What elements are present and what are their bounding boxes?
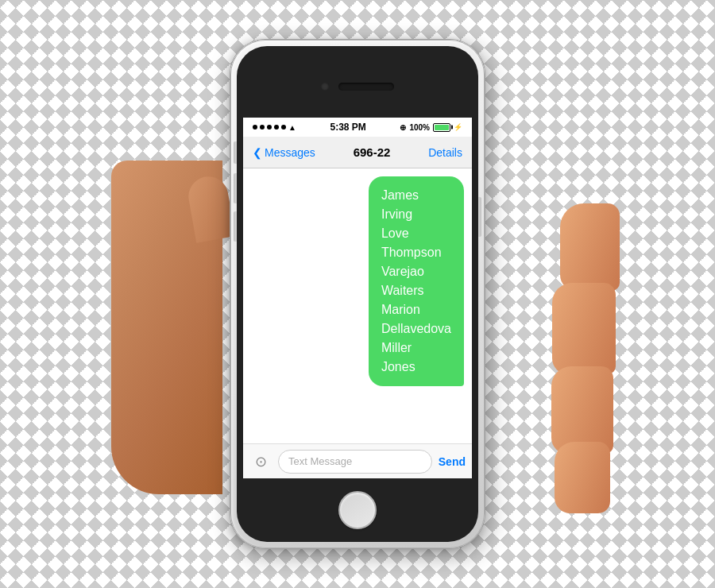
message-marion: Marion	[381, 303, 420, 316]
input-placeholder: Text Message	[288, 455, 352, 467]
message-jones: Jones	[381, 360, 415, 373]
phone-screen: ▲ 5:38 PM ⊕ 100% ⚡	[243, 118, 472, 478]
signal-dot-2	[260, 125, 265, 130]
wifi-icon: ▲	[288, 123, 296, 132]
finger-3	[551, 366, 613, 454]
input-bar: ⊙ Text Message Send	[243, 443, 472, 478]
power-button[interactable]	[478, 197, 481, 237]
message-waiters: Waiters	[381, 284, 424, 297]
phone-bezel: ▲ 5:38 PM ⊕ 100% ⚡	[237, 46, 478, 542]
message-dellavedova: Dellavedova	[381, 322, 451, 335]
message-irving: Irving	[381, 207, 412, 221]
status-bar: ▲ 5:38 PM ⊕ 100% ⚡	[243, 118, 472, 137]
signal-dot-5	[281, 125, 286, 130]
message-input[interactable]: Text Message	[278, 450, 432, 474]
finger-4	[555, 442, 610, 513]
message-varejao: Varejao	[381, 265, 424, 278]
signal-dot-3	[267, 125, 272, 130]
status-left: ▲	[253, 123, 296, 132]
front-camera	[321, 83, 329, 91]
battery-fill	[435, 125, 449, 130]
silent-switch[interactable]	[234, 141, 237, 164]
finger-2	[552, 283, 616, 374]
lightning-icon: ⚡	[454, 123, 462, 131]
back-button[interactable]: ❮ Messages	[253, 146, 315, 159]
status-right: ⊕ 100% ⚡	[400, 123, 462, 132]
battery-icon	[433, 123, 450, 132]
details-button[interactable]: Details	[428, 146, 462, 159]
message-james: James	[381, 188, 419, 202]
nav-title: 696-22	[354, 145, 391, 159]
signal-dot-4	[274, 125, 279, 130]
message-thompson: Thompson	[381, 246, 442, 259]
volume-up-button[interactable]	[234, 173, 237, 203]
message-love: Love	[381, 226, 409, 240]
home-button[interactable]	[338, 491, 377, 529]
battery-percent-label: 100%	[409, 123, 430, 132]
signal-dot-1	[253, 125, 257, 130]
nav-bar: ❮ Messages 696-22 Details	[243, 137, 472, 168]
status-time: 5:38 PM	[330, 122, 365, 133]
volume-down-button[interactable]	[234, 211, 237, 242]
finger-1	[560, 203, 620, 291]
send-button[interactable]: Send	[439, 455, 466, 468]
message-miller: Miller	[381, 341, 412, 354]
phone-top-area	[237, 60, 478, 112]
camera-button[interactable]: ⊙	[249, 451, 272, 473]
messages-area: James Irving Love Thompson Varejao Waite…	[243, 168, 472, 443]
chevron-left-icon: ❮	[253, 146, 262, 159]
earpiece-speaker	[338, 83, 394, 91]
scene: ▲ 5:38 PM ⊕ 100% ⚡	[0, 0, 715, 588]
right-hand	[540, 203, 620, 505]
back-label: Messages	[265, 146, 315, 159]
camera-icon: ⊙	[255, 453, 267, 470]
message-bubble: James Irving Love Thompson Varejao Waite…	[369, 176, 464, 386]
left-hand	[111, 161, 222, 494]
hand-container: ▲ 5:38 PM ⊕ 100% ⚡	[135, 8, 580, 580]
phone-device: ▲ 5:38 PM ⊕ 100% ⚡	[230, 40, 485, 548]
location-icon: ⊕	[400, 123, 406, 132]
